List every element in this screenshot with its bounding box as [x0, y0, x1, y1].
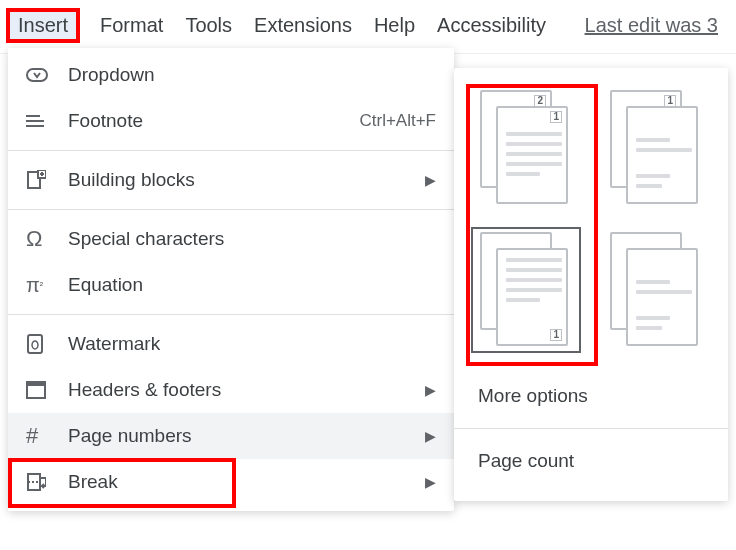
menu-equation-label: Equation [68, 274, 436, 296]
menu-headers-footers-label: Headers & footers [68, 379, 417, 401]
menubar-extensions[interactable]: Extensions [254, 14, 352, 37]
menu-break[interactable]: Break ▶ [8, 459, 454, 505]
svg-rect-3 [26, 125, 44, 127]
pagenum-header-right[interactable]: 2 1 [472, 86, 580, 210]
menu-building-blocks[interactable]: Building blocks ▶ [8, 157, 454, 203]
menu-watermark-label: Watermark [68, 333, 436, 355]
svg-rect-10 [27, 382, 45, 386]
svg-rect-8 [28, 335, 42, 353]
insert-dropdown: Dropdown Footnote Ctrl+Alt+F Building bl… [8, 48, 454, 511]
page-number-thumbnails: 2 1 1 2 1 1 [472, 86, 710, 352]
divider [8, 150, 454, 151]
menu-break-label: Break [68, 471, 417, 493]
footnote-icon [26, 109, 54, 133]
page-numbers-submenu: 2 1 1 2 1 1 More op [454, 68, 728, 501]
menu-watermark[interactable]: Watermark [8, 321, 454, 367]
divider [454, 428, 728, 429]
pagenum-footer-right-skipfirst[interactable]: 1 [602, 228, 710, 352]
chevron-right-icon: ▶ [425, 382, 436, 398]
hash-icon: # [26, 424, 54, 448]
chevron-right-icon: ▶ [425, 428, 436, 444]
menu-special-characters-label: Special characters [68, 228, 436, 250]
headers-footers-icon [26, 378, 54, 402]
menu-building-blocks-label: Building blocks [68, 169, 417, 191]
submenu-more-options[interactable]: More options [472, 370, 710, 422]
svg-rect-0 [27, 69, 47, 81]
divider [8, 209, 454, 210]
chevron-right-icon: ▶ [425, 474, 436, 490]
menu-headers-footers[interactable]: Headers & footers ▶ [8, 367, 454, 413]
pi-icon: π² [26, 273, 54, 297]
last-edit-link[interactable]: Last edit was 3 [585, 14, 718, 37]
pagenum-footer-right[interactable]: 2 1 [472, 228, 580, 352]
menu-footnote[interactable]: Footnote Ctrl+Alt+F [8, 98, 454, 144]
menu-footnote-shortcut: Ctrl+Alt+F [359, 111, 436, 131]
omega-icon: Ω [26, 227, 54, 251]
pagenum-header-right-skipfirst[interactable]: 1 [602, 86, 710, 210]
break-icon [26, 470, 54, 494]
menubar-help[interactable]: Help [374, 14, 415, 37]
menu-dropdown[interactable]: Dropdown [8, 52, 454, 98]
menu-page-numbers-label: Page numbers [68, 425, 417, 447]
menubar-tools[interactable]: Tools [185, 14, 232, 37]
svg-rect-1 [26, 115, 40, 117]
menubar-accessibility[interactable]: Accessibility [437, 14, 546, 37]
building-blocks-icon [26, 168, 54, 192]
submenu-page-count[interactable]: Page count [472, 435, 710, 487]
menu-footnote-label: Footnote [68, 110, 359, 132]
menu-special-characters[interactable]: Ω Special characters [8, 216, 454, 262]
menu-dropdown-label: Dropdown [68, 64, 436, 86]
menubar-insert[interactable]: Insert [8, 10, 78, 41]
divider [8, 314, 454, 315]
chevron-right-icon: ▶ [425, 172, 436, 188]
menubar-format[interactable]: Format [100, 14, 163, 37]
menu-equation[interactable]: π² Equation [8, 262, 454, 308]
svg-rect-2 [26, 120, 44, 122]
menu-page-numbers[interactable]: # Page numbers ▶ [8, 413, 454, 459]
dropdown-icon [26, 63, 54, 87]
menubar: Insert Format Tools Extensions Help Acce… [0, 0, 736, 54]
watermark-icon [26, 332, 54, 356]
